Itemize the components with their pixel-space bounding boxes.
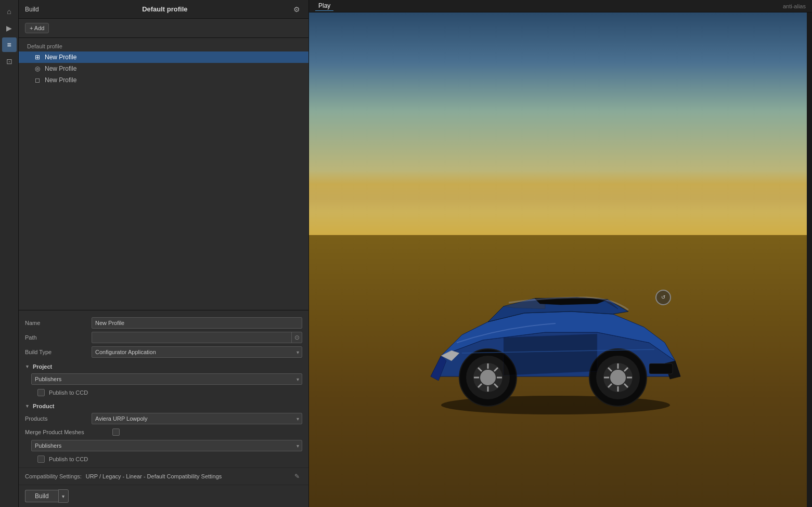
compat-edit-icon[interactable]: ✎: [292, 471, 302, 482]
home-icon[interactable]: ⌂: [2, 4, 17, 19]
viewport-scrollbar[interactable]: [807, 12, 812, 507]
anti-alias-label: anti-alias: [783, 3, 806, 9]
list-icon[interactable]: ≡: [2, 37, 17, 52]
product-publish-ccd-row: Publish to CCD: [19, 453, 308, 465]
svg-rect-25: [649, 363, 673, 374]
products-select-wrapper: Aviera URP Lowpoly: [92, 413, 302, 424]
products-row: Products Aviera URP Lowpoly: [19, 411, 308, 426]
viewport: Play anti-alias: [309, 0, 812, 507]
path-input[interactable]: [92, 333, 291, 342]
sky-gradient: [309, 12, 812, 260]
scene-background: ↺: [309, 12, 812, 507]
viewport-header: Play anti-alias: [309, 0, 812, 12]
svg-point-4: [480, 370, 496, 385]
compat-value: URP / Legacy - Linear - Default Compatib…: [86, 473, 288, 479]
profile-title: Default profile: [142, 5, 187, 13]
ios-profile-label: New Profile: [45, 65, 76, 72]
add-button[interactable]: + Add: [25, 23, 49, 33]
windows-icon: ⊞: [33, 54, 42, 61]
package-icon[interactable]: ⊡: [2, 54, 17, 69]
name-input[interactable]: [92, 317, 302, 329]
viewport-rotate-control[interactable]: ↺: [655, 290, 671, 305]
project-publishers-row: Publishers: [19, 372, 308, 386]
product-publishers-row: Publishers: [19, 438, 308, 453]
build-label: Build: [25, 6, 39, 13]
merge-meshes-checkbox[interactable]: [112, 428, 120, 436]
project-section-header[interactable]: ▼ Project: [19, 361, 308, 372]
build-type-select-wrapper: Configurator Application Standard Build …: [92, 346, 302, 358]
profile-tree: Default profile ⊞ New Profile ◎ New Prof…: [19, 38, 308, 310]
svg-point-16: [610, 370, 626, 385]
build-main-button[interactable]: Build: [25, 490, 58, 502]
products-label: Products: [25, 415, 87, 422]
project-section-label: Project: [33, 363, 52, 370]
path-row: Path ⊙: [19, 330, 308, 345]
add-bar: + Add: [19, 19, 308, 38]
compat-row: Compatibility Settings: URP / Legacy - L…: [19, 467, 308, 485]
build-panel: Build Default profile ⚙ + Add Default pr…: [19, 0, 309, 507]
windows-profile-label: New Profile: [45, 54, 76, 61]
ios-profile-item[interactable]: ◎ New Profile: [19, 63, 308, 74]
path-browse-icon[interactable]: ⊙: [291, 332, 302, 343]
project-publish-ccd-label: Publish to CCD: [49, 389, 88, 396]
product-publish-ccd-label: Publish to CCD: [49, 456, 88, 462]
horizon-glow: [309, 171, 812, 212]
path-field-container: ⊙: [92, 332, 302, 343]
product-arrow-icon: ▼: [25, 404, 30, 409]
project-publishers-select[interactable]: Publishers: [31, 373, 302, 385]
product-section-label: Product: [33, 403, 55, 409]
properties-area: Name Path ⊙ Build Type Configurator Appl…: [19, 310, 308, 507]
products-select[interactable]: Aviera URP Lowpoly: [92, 413, 302, 424]
product-section-header[interactable]: ▼ Product: [19, 401, 308, 411]
build-type-label: Build Type: [25, 349, 87, 355]
icon-bar: ⌂ ▶ ≡ ⊡: [0, 0, 19, 507]
video-icon[interactable]: ▶: [2, 21, 17, 35]
path-label: Path: [25, 334, 87, 341]
project-publish-ccd-checkbox[interactable]: [37, 389, 45, 396]
windows-profile-item[interactable]: ⊞ New Profile: [19, 51, 308, 63]
build-header: Build Default profile ⚙: [19, 0, 308, 19]
desktop-icon: ◻: [33, 76, 42, 84]
build-btn-area: Build ▾: [19, 485, 308, 507]
merge-meshes-label: Merge Product Meshes: [25, 429, 108, 435]
build-type-row: Build Type Configurator Application Stan…: [19, 345, 308, 359]
play-tab[interactable]: Play: [315, 1, 333, 11]
merge-meshes-row: Merge Product Meshes: [19, 426, 308, 438]
profile-group-label: Default profile: [19, 41, 308, 51]
build-type-select[interactable]: Configurator Application Standard Build …: [92, 346, 302, 358]
project-arrow-icon: ▼: [25, 364, 30, 369]
desktop-profile-item[interactable]: ◻ New Profile: [19, 74, 308, 86]
product-publishers-select-wrapper: Publishers: [31, 440, 302, 451]
gear-button[interactable]: ⚙: [291, 4, 302, 15]
ios-icon: ◎: [33, 65, 42, 72]
project-publish-ccd-row: Publish to CCD: [19, 386, 308, 399]
name-label: Name: [25, 320, 87, 326]
project-publishers-select-wrapper: Publishers: [31, 373, 302, 385]
product-publishers-select[interactable]: Publishers: [31, 440, 302, 451]
compat-label: Compatibility Settings:: [25, 473, 82, 479]
product-publish-ccd-checkbox[interactable]: [37, 456, 45, 463]
desktop-profile-label: New Profile: [45, 76, 76, 84]
car-model: [399, 252, 712, 418]
build-dropdown-button[interactable]: ▾: [58, 489, 69, 503]
name-row: Name: [19, 316, 308, 330]
